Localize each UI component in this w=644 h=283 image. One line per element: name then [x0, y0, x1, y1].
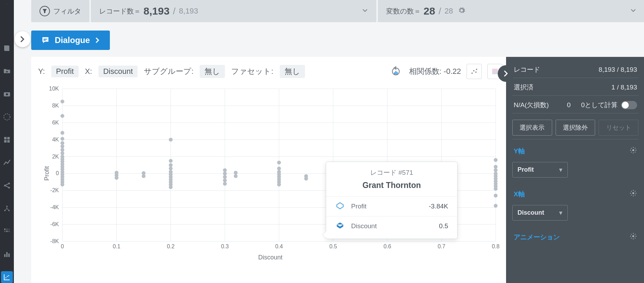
svg-point-114 — [223, 168, 227, 172]
axis-selector-bar: Y: Profit X: Discount サブグループ: 無し ファセット: … — [38, 64, 503, 79]
nav-item-node[interactable] — [1, 203, 13, 214]
records-label: レコード数＝ — [99, 7, 141, 16]
y-axis-pill[interactable]: Profit — [51, 66, 79, 77]
facet-label: ファセット: — [231, 66, 273, 77]
subgroup-label: サブグループ: — [144, 66, 193, 77]
caret-down-icon: ▾ — [559, 166, 563, 174]
y-axis-settings-button[interactable] — [629, 146, 637, 156]
svg-point-105 — [169, 163, 173, 167]
y-axis-title: Profit — [43, 166, 51, 180]
svg-text:0.8: 0.8 — [492, 243, 499, 249]
svg-rect-34 — [397, 72, 398, 75]
svg-text:-6K: -6K — [50, 221, 59, 227]
filter-icon — [40, 6, 50, 16]
nav-item-camera[interactable] — [1, 88, 13, 100]
node-icon — [3, 204, 11, 213]
top-filter-bar: フィルタ レコード数＝ 8,193 / 8,193 変数の数＝ 28 / 28 — [14, 0, 644, 22]
svg-text:-2K: -2K — [50, 187, 59, 193]
svg-text:2K: 2K — [52, 154, 59, 160]
book-icon — [3, 44, 11, 52]
nav-item-scatter[interactable] — [1, 271, 13, 283]
svg-point-113 — [169, 185, 173, 189]
vars-label: 変数の数＝ — [386, 7, 421, 16]
nav-item-grid[interactable] — [1, 134, 13, 146]
gear-icon[interactable] — [458, 7, 465, 16]
reset-button[interactable]: リセット — [599, 120, 638, 136]
svg-point-116 — [223, 175, 227, 179]
gear-icon — [629, 189, 637, 197]
svg-point-36 — [473, 70, 475, 71]
svg-point-117 — [223, 179, 227, 182]
corr-value: -0.22 — [444, 67, 461, 76]
nav-item-folder-add[interactable] — [1, 65, 13, 77]
dialogue-button[interactable]: Dialogue — [31, 31, 110, 50]
svg-rect-24 — [4, 254, 6, 257]
filter-label: フィルタ — [53, 7, 81, 16]
nav-item-bar[interactable] — [1, 248, 13, 260]
panel-na-as-zero-label: 0として計算 — [581, 101, 618, 110]
svg-point-15 — [6, 206, 8, 207]
svg-point-102 — [142, 174, 146, 178]
svg-text:4K: 4K — [52, 137, 59, 143]
exclude-selection-button[interactable]: 選択除外 — [556, 120, 595, 136]
svg-point-97 — [61, 183, 64, 187]
chevron-down-icon — [362, 7, 368, 15]
svg-point-120 — [234, 174, 238, 178]
collapse-panel-button[interactable] — [498, 65, 514, 82]
facet-pill[interactable]: 無し — [280, 65, 305, 78]
x-axis-settings-button[interactable] — [629, 189, 637, 199]
svg-point-119 — [234, 171, 238, 175]
panel-selected-val: 1 / 8,193 — [611, 84, 637, 91]
svg-point-81 — [61, 137, 64, 141]
show-selection-button[interactable]: 選択表示 — [512, 120, 552, 136]
vars-count-bar[interactable]: 変数の数＝ 28 / 28 — [378, 0, 644, 22]
bar-chart-icon — [3, 250, 11, 258]
x-axis-dropdown[interactable]: Discount▾ — [512, 205, 568, 221]
svg-point-27 — [6, 277, 7, 278]
records-total: 8,193 — [179, 7, 198, 16]
y-axis-dropdown[interactable]: Profit▾ — [512, 162, 568, 178]
vars-count: 28 — [424, 5, 435, 17]
records-count-bar[interactable]: レコード数＝ 8,193 / 8,193 — [91, 0, 376, 22]
svg-point-154 — [632, 192, 634, 194]
svg-rect-25 — [6, 252, 8, 257]
subgroup-pill[interactable]: 無し — [200, 65, 225, 78]
svg-rect-39 — [492, 69, 498, 74]
nav-item-book[interactable] — [1, 42, 13, 54]
na-as-zero-toggle[interactable] — [621, 101, 637, 109]
expand-nav-button[interactable] — [15, 31, 31, 47]
panel-na-val: 0 — [567, 101, 571, 109]
tooltip-header: レコード #571 — [326, 168, 457, 177]
svg-point-7 — [4, 114, 10, 120]
gear-icon — [629, 146, 637, 154]
nav-item-line[interactable] — [1, 157, 13, 169]
tooltip-key: Profit — [351, 203, 366, 210]
svg-text:6K: 6K — [52, 120, 59, 126]
nav-item-matrix[interactable] — [1, 225, 13, 237]
x-prefix: X: — [85, 67, 92, 76]
svg-point-80 — [61, 131, 64, 135]
svg-rect-10 — [4, 140, 7, 143]
scatter-mode-button[interactable] — [467, 64, 482, 79]
svg-point-37 — [475, 71, 477, 73]
x-axis-title: Discount — [38, 254, 503, 261]
svg-rect-9 — [7, 137, 10, 139]
nav-item-share[interactable] — [1, 180, 13, 191]
animation-settings-button[interactable] — [629, 232, 637, 242]
x-axis-pill[interactable]: Discount — [98, 66, 138, 77]
svg-point-118 — [223, 182, 227, 186]
svg-rect-31 — [44, 40, 46, 41]
svg-point-155 — [632, 235, 634, 237]
nav-item-gauge[interactable] — [1, 111, 13, 123]
tooltip-title: Grant Thornton — [326, 181, 457, 190]
svg-text:0.6: 0.6 — [383, 243, 391, 249]
chevron-right-icon — [95, 37, 100, 43]
refresh-button[interactable] — [388, 64, 403, 79]
svg-text:10K: 10K — [49, 86, 59, 92]
app-logo-icon — [0, 3, 14, 4]
filter-button[interactable]: フィルタ — [31, 0, 89, 22]
svg-rect-22 — [6, 231, 8, 232]
svg-rect-11 — [7, 140, 10, 143]
y-axis-section-title: Y軸 — [514, 147, 525, 156]
svg-rect-19 — [6, 229, 8, 230]
